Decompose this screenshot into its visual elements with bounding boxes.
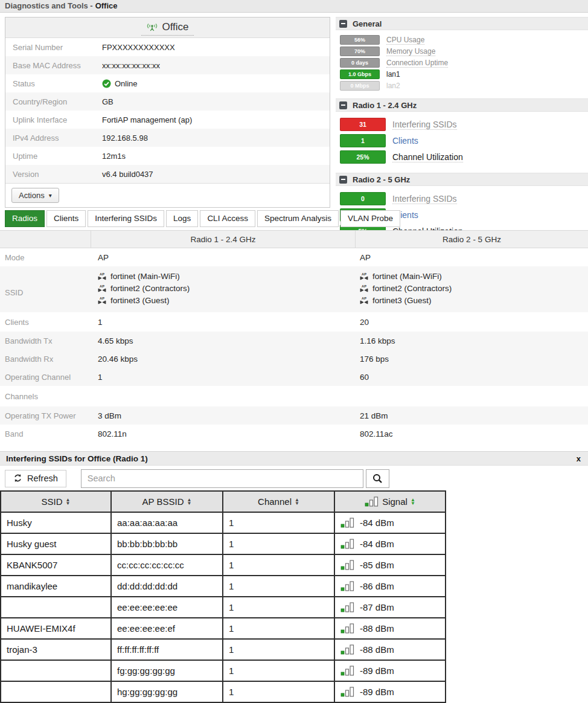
stat-cpu: 56% CPU Usage [340,35,588,45]
svg-text:AP: AP [100,284,104,288]
row-bandwidth-rx: Bandwidth Rx 20.46 kbps 176 bps [0,350,588,368]
signal-strength-icon [340,623,355,634]
field-row-uptime: Uptime 12m1s [5,147,330,165]
section-header-general: General [336,17,588,30]
tab-radios[interactable]: Radios [5,210,45,227]
sort-icon-active: ▲▼ [411,498,415,506]
row-mode: Mode AP AP [0,248,588,266]
field-row-ipv4: IPv4 Address 192.168.5.98 [5,129,330,147]
search-input[interactable] [81,469,363,488]
signal-strength-icon [365,496,379,507]
collapse-icon[interactable] [339,20,347,28]
row-band: Band 802.11n 802.11ac [0,425,588,443]
sort-icon: ▲▼ [295,498,299,506]
stat-badge: 1.0 Gbps [340,69,380,79]
stat-lan2: 0 Mbps lan2 [340,81,588,91]
field-row-country: Country/Region GB [5,92,330,111]
signal-strength-icon [340,666,355,676]
tab-logs[interactable]: Logs [166,210,198,227]
refresh-button[interactable]: Refresh [5,470,66,487]
svg-text:AP: AP [362,272,366,276]
tab-bar: Radios Clients Interfering SSIDs Logs CL… [5,210,400,227]
device-card-header: Office [5,18,330,38]
field-row-mac: Base MAC Address xx:xx:xx:xx:xx:xx [5,56,330,74]
table-row[interactable]: fg:gg:gg:gg:gg 1 -89 dBm [1,660,446,681]
row-operating-tx-power: Operating TX Power 3 dBm 21 dBm [0,406,588,425]
collapse-icon[interactable] [339,101,347,109]
radio1-column-header: Radio 1 - 2.4 GHz [91,231,355,248]
device-card: Office Serial Number FPXXXXXXXXXXXX Base… [5,17,330,208]
signal-strength-icon [340,581,355,591]
interfering-panel-title: Interfering SSIDs for Office (Radio 1) [6,454,148,463]
close-icon[interactable]: x [575,454,582,463]
dialog-title-prefix: Diagnostics and Tools - [5,1,93,10]
table-row[interactable]: Husky guest bb:bb:bb:bb:bb 1 -84 dBm [1,533,446,554]
field-row-version: Version v6.4 build0437 [5,165,330,183]
stat-memory: 70% Memory Usage [340,47,588,56]
stat-badge: 0 [340,192,386,205]
stat-badge: 0 Mbps [340,81,380,91]
tab-spectrum-analysis[interactable]: Spectrum Analysis [257,210,339,227]
actions-bar: Actions ▾ [5,183,330,207]
radio1-stat-list: 31 Interfering SSIDs 1 Clients 25% Chann… [336,112,588,173]
signal-strength-icon [340,644,355,655]
ap-ssid-icon: AP [98,284,106,292]
column-header-signal[interactable]: Signal▲▼ [334,491,446,512]
row-operating-channel: Operating Channel 1 60 [0,368,588,386]
sort-icon: ▲▼ [66,498,71,506]
svg-text:AP: AP [100,272,104,276]
table-row[interactable]: ee:ee:ee:ee:ee 1 -87 dBm [1,597,446,618]
interfering-toolbar: Refresh [0,466,588,490]
radio2-column-header: Radio 2 - 5 GHz [355,231,588,248]
actions-button[interactable]: Actions ▾ [11,188,59,203]
search-button[interactable] [366,469,389,488]
table-row[interactable]: HUAWEI-EMIX4f ee:ee:ee:ee:ef 1 -88 dBm [1,618,446,639]
tab-interfering-ssids[interactable]: Interfering SSIDs [88,210,164,227]
stat-radio1-utilization: 25% Channel Utilization [340,150,588,164]
svg-text:AP: AP [362,284,366,288]
dialog-title-device: Office [95,1,118,10]
stat-badge: 0 days [340,58,380,68]
sort-icon: ▲▼ [187,498,192,506]
field-row-status: Status Online [5,74,330,92]
stat-badge: 56% [340,35,380,45]
row-ssid: SSID AP fortinet (Main-WiFi) AP fortinet… [0,266,588,312]
field-row-serial: Serial Number FPXXXXXXXXXXXX [5,38,330,56]
field-row-uplink: Uplink Interface FortiAP management (ap) [5,111,330,129]
table-row[interactable]: Husky aa:aa:aa:aa:aa 1 -84 dBm [1,512,446,533]
table-row[interactable]: hg:gg:gg:gg:gg 1 -89 dBm [1,681,446,702]
stat-radio1-interfering: 31 Interfering SSIDs [340,118,588,131]
collapse-icon[interactable] [339,176,347,184]
ssid-entry: AP fortinet3 (Guest) [360,296,588,305]
ap-ssid-icon: AP [98,297,106,304]
stat-radio2-interfering: 0 Interfering SSIDs [340,192,588,205]
radios-table-header: Radio 1 - 2.4 GHz Radio 2 - 5 GHz [0,230,588,248]
table-row[interactable]: trojan-3 ff:ff:ff:ff:ff:ff 1 -88 dBm [1,639,446,660]
tab-vlan-probe[interactable]: VLAN Probe [340,210,400,227]
interfering-table-header-row: SSID▲▼ AP BSSID▲▼ Channel▲▼ Signal▲▼ [1,491,446,512]
stat-lan1: 1.0 Gbps lan1 [340,69,588,79]
table-row[interactable]: KBANK5007 cc:cc:cc:cc:cc:cc 1 -85 dBm [1,554,446,576]
signal-strength-icon [340,687,355,697]
chevron-down-icon: ▾ [49,192,52,199]
ap-ssid-icon: AP [360,284,368,292]
signal-strength-icon [340,602,355,612]
table-row[interactable]: mandikaylee dd:dd:dd:dd:dd 1 -86 dBm [1,576,446,597]
clients-link[interactable]: Clients [392,136,418,146]
ap-ssid-icon: AP [360,272,368,280]
signal-strength-icon [340,518,355,528]
ssid-entry: AP fortinet2 (Contractors) [360,284,588,293]
interfering-panel-header: Interfering SSIDs for Office (Radio 1) x [0,451,588,466]
tab-clients[interactable]: Clients [46,210,86,227]
stat-conn-uptime: 0 days Connection Uptime [340,58,588,68]
signal-strength-icon [340,539,355,549]
column-header-ap-bssid[interactable]: AP BSSID▲▼ [111,491,223,512]
column-header-channel[interactable]: Channel▲▼ [223,491,334,512]
section-header-radio2: Radio 2 - 5 GHz [336,173,588,186]
column-header-ssid[interactable]: SSID▲▼ [1,491,111,512]
stat-radio1-clients: 1 Clients [340,134,588,147]
search-icon [372,473,383,484]
section-header-radio1: Radio 1 - 2.4 GHz [336,98,588,112]
row-clients: Clients 1 20 [0,312,588,332]
tab-cli-access[interactable]: CLI Access [200,210,255,227]
